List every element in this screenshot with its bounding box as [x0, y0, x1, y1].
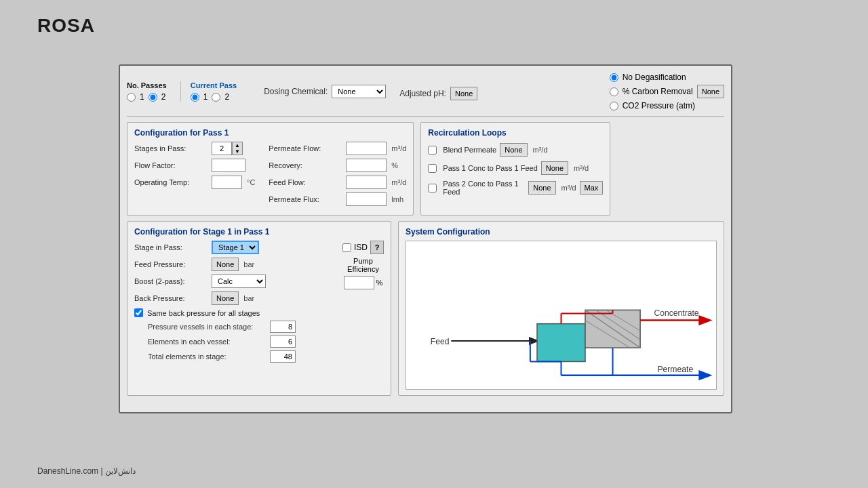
co2-pressure-label: CO2 Pressure (atm): [623, 101, 695, 110]
stages-spinner-btns: ▲ ▼: [232, 142, 243, 155]
middle-section: Configuration for Pass 1 Stages in Pass:…: [127, 122, 724, 216]
pump-eff-label1: Pump: [344, 257, 383, 265]
dosing-section: Dosing Chemical: None Adjusted pH: None: [264, 83, 477, 100]
boost-select[interactable]: Calc: [212, 274, 266, 288]
pass1-conc-checkbox[interactable]: [428, 164, 437, 173]
op-temp-row: Operating Temp: 25.0 °C: [134, 176, 255, 189]
pass1-conc-row: Pass 1 Conc to Pass 1 Feed None m³/d: [428, 161, 603, 175]
no-passes-radio-group: 1 2: [127, 92, 167, 102]
blend-permeate-label: Blend Permeate: [443, 146, 496, 154]
pass1-right: Permeate Flow: 1,200 m³/d Recovery: 55.0…: [269, 142, 406, 209]
pressure-vessels-row: Pressure vessels in each stage: 8: [148, 321, 336, 333]
total-elements-row: Total elements in stage: 48: [148, 350, 336, 363]
isd-help-btn[interactable]: ?: [370, 241, 384, 254]
stage1-config: Configuration for Stage 1 in Pass 1 Stag…: [127, 221, 391, 396]
stage-in-pass-select[interactable]: Stage 1 Stage 2: [212, 241, 259, 254]
isd-checkbox[interactable]: [342, 243, 351, 252]
permeate-flow-label: Permeate Flow:: [269, 144, 343, 152]
stage-right: ISD ? Pump Efficiency 80.0 %: [342, 241, 384, 365]
co2-pressure-radio[interactable]: [610, 102, 618, 110]
stage-in-pass-label: Stage in Pass:: [134, 243, 209, 251]
no-degasification-radio[interactable]: [610, 73, 618, 82]
no-passes-2-radio[interactable]: [149, 93, 157, 102]
boost-label: Boost (2-pass):: [134, 277, 209, 285]
current-pass-label: Current Pass: [191, 81, 237, 89]
elements-per-vessel-label: Elements in each vessel:: [148, 338, 270, 346]
stages-up-btn[interactable]: ▲: [233, 142, 242, 148]
blend-permeate-checkbox[interactable]: [428, 146, 437, 155]
pass1-left: Stages in Pass: ▲ ▼ Flow Factor:: [134, 142, 255, 209]
stage-in-pass-row: Stage in Pass: Stage 1 Stage 2: [134, 241, 336, 254]
recirculation-panel: Recirculation Loops Blend Permeate None …: [420, 122, 610, 216]
feed-pressure-label: Feed Pressure:: [134, 260, 209, 268]
dosing-dropdown[interactable]: None: [332, 85, 386, 98]
svg-rect-1: [537, 324, 585, 362]
permeate-flux-label: Permeate Flux:: [269, 195, 343, 203]
no-passes-label: No. Passes: [127, 81, 167, 89]
no-passes-1-radio[interactable]: [127, 93, 136, 102]
current-pass-radio-group: 1 2: [191, 92, 237, 102]
feed-pressure-row: Feed Pressure: None bar: [134, 258, 336, 271]
no-passes-1-label: 1: [140, 92, 144, 102]
current-pass-2-radio[interactable]: [212, 93, 220, 102]
carbon-removal-label: % Carbon Removal: [623, 87, 693, 96]
system-config-panel: System Configuration Feed: [398, 221, 724, 396]
boost-row: Boost (2-pass): Calc: [134, 274, 336, 288]
dosing-row: Dosing Chemical: None: [264, 85, 386, 98]
pass2-conc-checkbox[interactable]: [428, 184, 437, 192]
pass2-conc-label: Pass 2 Conc to Pass 1 Feed: [443, 180, 525, 196]
main-panel: No. Passes 1 2 Current Pass 1 2 Dosing C…: [119, 64, 732, 413]
feed-pressure-btn[interactable]: None: [212, 258, 239, 271]
feed-flow-row: Feed Flow: 2,182 m³/d: [269, 176, 406, 189]
system-config-title: System Configuration: [406, 227, 717, 237]
stages-input[interactable]: [212, 142, 232, 155]
back-pressure-btn[interactable]: None: [212, 291, 239, 305]
pass2-conc-unit: m³/d: [561, 184, 576, 192]
same-back-pressure-label: Same back pressure for all stages: [147, 309, 260, 317]
pump-eff-input[interactable]: 80.0: [344, 276, 374, 289]
pass2-conc-none-btn[interactable]: None: [528, 181, 555, 195]
permeate-flow-row: Permeate Flow: 1,200 m³/d: [269, 142, 406, 155]
stage1-title: Configuration for Stage 1 in Pass 1: [134, 227, 384, 237]
adjusted-ph-row: Adjusted pH: None: [399, 87, 477, 100]
pass1-title: Configuration for Pass 1: [134, 128, 406, 138]
carbon-removal-btn[interactable]: None: [697, 85, 724, 98]
carbon-removal-radio[interactable]: [610, 87, 618, 96]
feed-flow-unit: m³/d: [391, 178, 406, 186]
back-pressure-label: Back Pressure:: [134, 294, 209, 302]
current-pass-2-label: 2: [224, 92, 229, 102]
pass1-conc-none-btn[interactable]: None: [541, 161, 568, 175]
no-passes-2-label: 2: [161, 92, 166, 102]
bottom-section: Configuration for Stage 1 in Pass 1 Stag…: [127, 221, 724, 396]
permeate-flux-unit: lmh: [391, 195, 403, 203]
current-pass-1-radio[interactable]: [191, 93, 199, 102]
recovery-row: Recovery: 55.00 %: [269, 159, 406, 172]
stages-down-btn[interactable]: ▼: [233, 148, 242, 155]
no-degasification-label: No Degasification: [623, 73, 686, 82]
stages-spinbox: ▲ ▼: [212, 142, 243, 155]
same-back-pressure-row: Same back pressure for all stages: [134, 308, 336, 317]
blend-permeate-none-btn[interactable]: None: [500, 143, 527, 157]
back-pressure-unit: bar: [243, 294, 254, 302]
feed-flow-label: Feed Flow:: [269, 178, 343, 186]
pump-eff-input-row: 80.0 %: [344, 276, 383, 289]
recovery-input[interactable]: 55.00: [346, 159, 387, 172]
permeate-flow-input[interactable]: 1,200: [346, 142, 387, 155]
adjusted-ph-btn[interactable]: None: [450, 87, 477, 100]
max-btn[interactable]: Max: [580, 181, 604, 195]
total-elements-label: Total elements in stage:: [148, 352, 270, 361]
permeate-flux-input[interactable]: 16.99: [346, 192, 387, 206]
blend-permeate-unit: m³/d: [533, 146, 548, 154]
pass2-conc-row: Pass 2 Conc to Pass 1 Feed None m³/d Max: [428, 180, 603, 196]
op-temp-label: Operating Temp:: [134, 178, 209, 186]
system-diagram-svg: Feed: [406, 241, 716, 389]
same-back-pressure-checkbox[interactable]: [134, 308, 143, 317]
feed-flow-input[interactable]: 2,182: [346, 176, 387, 189]
no-passes-section: No. Passes 1 2: [127, 81, 167, 102]
adjusted-ph-label: Adjusted pH:: [399, 89, 446, 98]
recovery-unit: %: [391, 161, 398, 169]
total-elements-value: 48: [270, 350, 296, 363]
flow-factor-input[interactable]: 1.00: [212, 159, 245, 172]
stages-label: Stages in Pass:: [134, 144, 209, 152]
op-temp-input[interactable]: 25.0: [212, 176, 242, 189]
